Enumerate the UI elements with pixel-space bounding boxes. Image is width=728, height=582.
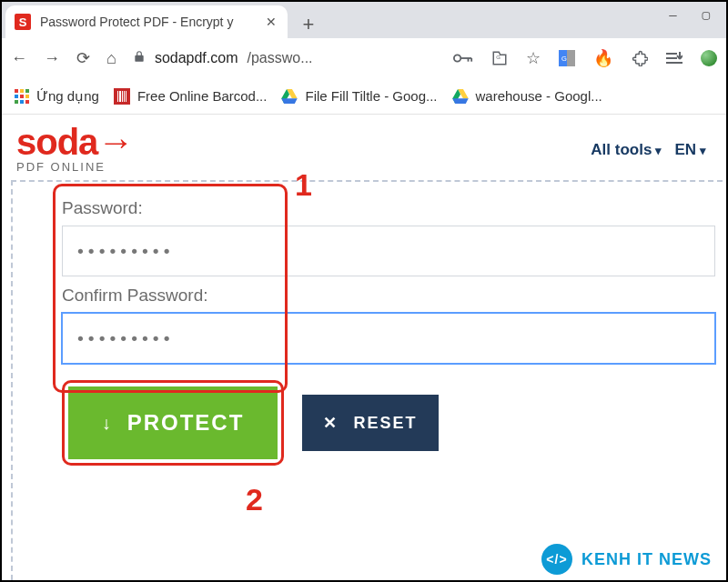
svg-point-0: [454, 55, 460, 61]
bookmark-warehouse[interactable]: warehouse - Googl...: [452, 88, 602, 104]
svg-marker-24: [452, 98, 468, 104]
annotation-box-2: ↓ PROTECT: [62, 380, 284, 466]
browser-tab[interactable]: S Password Protect PDF - Encrypt y ✕: [5, 5, 288, 38]
svg-rect-14: [117, 91, 118, 102]
bookmarks-bar: Ứng dụng Free Online Barcod... File Fill…: [2, 78, 726, 115]
url-host: sodapdf.com: [155, 50, 238, 66]
new-tab-button[interactable]: +: [295, 11, 322, 38]
annotation-1: 1: [295, 167, 312, 203]
url-path: /passwo...: [247, 50, 312, 66]
window-controls: — ▢: [669, 2, 726, 22]
reset-button-label: RESET: [353, 414, 417, 433]
password-label: Password:: [62, 198, 715, 218]
bookmark-apps[interactable]: Ứng dụng: [15, 88, 99, 105]
key-icon[interactable]: [453, 52, 473, 65]
bookmark-barcode-label: Free Online Barcod...: [137, 88, 268, 104]
svg-rect-17: [124, 91, 125, 102]
svg-rect-16: [122, 91, 123, 102]
lock-icon: [133, 50, 146, 66]
gdrive-icon: [452, 89, 469, 104]
svg-marker-21: [282, 98, 298, 104]
nav-reload-icon[interactable]: ⟳: [76, 48, 90, 68]
browser-tabbar: S Password Protect PDF - Encrypt y ✕ + —…: [2, 2, 726, 38]
nav-all-tools[interactable]: All tools: [591, 141, 662, 159]
svg-text:G: G: [561, 55, 567, 63]
gdrive-icon: [281, 89, 298, 104]
reading-list-icon[interactable]: [666, 51, 682, 65]
tab-close-icon[interactable]: ✕: [266, 15, 277, 29]
nav-language[interactable]: EN: [674, 141, 706, 159]
password-input[interactable]: [62, 226, 715, 276]
tab-title: Password Protect PDF - Encrypt y: [40, 15, 233, 29]
bookmark-warehouse-label: warehouse - Googl...: [476, 88, 602, 104]
apps-icon: [15, 89, 29, 104]
browser-toolbar: ← → ⟳ ⌂ sodapdf.com /passwo... G ☆ G 🔥: [2, 38, 726, 78]
brand-logo[interactable]: soda→ PDF ONLINE: [16, 125, 133, 174]
watermark-text: KENH IT NEWS: [581, 550, 712, 569]
svg-rect-15: [119, 91, 121, 102]
barcode-icon: [114, 88, 130, 105]
extensions-icon[interactable]: [632, 50, 648, 66]
reset-button[interactable]: ✕ RESET: [302, 395, 439, 451]
protect-button[interactable]: ↓ PROTECT: [68, 386, 278, 459]
confirm-password-input[interactable]: [62, 313, 715, 364]
watermark-badge-icon: </>: [541, 544, 572, 575]
svg-rect-6: [567, 50, 575, 66]
ext-translate-icon[interactable]: G: [559, 50, 575, 66]
bookmark-filefill-label: File Fill Tiltle - Goog...: [305, 88, 437, 104]
annotation-2: 2: [246, 482, 263, 517]
nav-back-icon[interactable]: ←: [11, 49, 27, 68]
window-maximize-icon[interactable]: ▢: [703, 7, 710, 22]
url-bar[interactable]: sodapdf.com /passwo...: [133, 50, 313, 66]
logo-subtitle: PDF ONLINE: [16, 160, 133, 174]
bookmark-apps-label: Ứng dụng: [36, 88, 99, 105]
protect-button-label: PROTECT: [127, 410, 245, 436]
bookmark-barcode[interactable]: Free Online Barcod...: [114, 88, 268, 105]
ext-fire-icon[interactable]: 🔥: [593, 48, 613, 68]
confirm-password-label: Confirm Password:: [62, 286, 715, 306]
close-icon: ✕: [323, 413, 339, 433]
svg-text:G: G: [496, 55, 500, 60]
logo-arrow-icon: →: [97, 122, 133, 162]
tab-favicon: S: [15, 14, 31, 30]
bookmark-filefill[interactable]: File Fill Tiltle - Goog...: [281, 88, 437, 104]
bookmark-star-icon[interactable]: ☆: [526, 48, 541, 68]
watermark: </> KENH IT NEWS: [541, 544, 712, 575]
translate-icon[interactable]: G: [491, 50, 508, 66]
window-minimize-icon[interactable]: —: [669, 7, 676, 22]
nav-home-icon[interactable]: ⌂: [106, 49, 116, 68]
download-arrow-icon: ↓: [102, 413, 113, 434]
svg-rect-18: [126, 91, 126, 102]
profile-avatar-icon[interactable]: [701, 50, 717, 66]
nav-forward-icon[interactable]: →: [44, 49, 60, 68]
logo-word: soda: [16, 122, 97, 162]
